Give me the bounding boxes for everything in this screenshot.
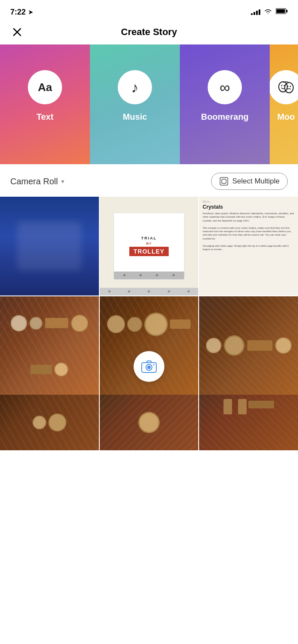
text-icon-circle: Aa — [28, 70, 62, 104]
story-options-carousel: Aa Text ♪ Music ∞ Boomerang — [0, 44, 298, 164]
story-option-boomerang-label: Boomerang — [201, 112, 248, 122]
camera-icon — [141, 360, 157, 373]
text-icon: Aa — [38, 81, 52, 94]
boomerang-icon-circle: ∞ — [208, 70, 242, 104]
photo-food-1[interactable] — [0, 296, 99, 395]
photo-food-5[interactable] — [100, 395, 199, 450]
select-multiple-icon — [219, 177, 229, 186]
photo-crystals[interactable]: Morn... Crystals Amethyst, clear quartz,… — [199, 197, 298, 295]
story-option-text[interactable]: Aa Text — [0, 44, 90, 164]
photo-grid-section: TRIAL BY TROLLEY — [0, 197, 298, 450]
camera-roll-label: Camera Roll — [10, 177, 58, 186]
svg-point-8 — [285, 83, 293, 93]
story-option-boomerang[interactable]: ∞ Boomerang — [180, 44, 270, 164]
svg-rect-11 — [220, 177, 228, 185]
status-time: 7:22 ➤ — [10, 8, 33, 17]
camera-button[interactable] — [134, 351, 164, 382]
svg-point-5 — [279, 82, 287, 92]
page-title: Create Story — [121, 27, 177, 38]
story-option-moo[interactable]: Moo — [270, 44, 298, 164]
svg-point-10 — [290, 86, 291, 87]
svg-point-16 — [153, 364, 155, 366]
svg-rect-12 — [222, 179, 226, 183]
music-icon-circle: ♪ — [118, 70, 152, 104]
photo-grid-bottom — [0, 395, 298, 450]
story-option-music-label: Music — [123, 112, 147, 122]
page-header: Create Story — [0, 22, 298, 44]
svg-rect-2 — [277, 9, 285, 13]
wifi-icon — [264, 8, 272, 16]
svg-point-9 — [287, 86, 289, 87]
battery-icon — [276, 8, 288, 16]
status-bar: 7:22 ➤ — [0, 0, 298, 22]
story-option-moo-label: Moo — [277, 112, 295, 122]
status-icons — [251, 8, 288, 16]
location-arrow-icon: ➤ — [28, 9, 33, 15]
select-multiple-button[interactable]: Select Multiple — [211, 173, 288, 190]
photo-food-4[interactable] — [0, 395, 99, 450]
svg-point-6 — [281, 85, 283, 86]
svg-rect-1 — [286, 10, 288, 12]
close-button[interactable] — [10, 25, 24, 39]
moo-icon-circle — [270, 70, 298, 104]
infinity-icon: ∞ — [220, 79, 230, 96]
photo-food-3[interactable] — [199, 296, 298, 395]
camera-roll-selector[interactable]: Camera Roll ▾ — [10, 177, 64, 186]
photo-food-6[interactable] — [199, 395, 298, 450]
music-icon: ♪ — [131, 79, 139, 96]
photo-trolley[interactable]: TRIAL BY TROLLEY — [100, 197, 199, 295]
chevron-down-icon: ▾ — [61, 178, 64, 185]
story-option-music[interactable]: ♪ Music — [90, 44, 180, 164]
story-option-text-label: Text — [36, 112, 54, 122]
camera-roll-header: Camera Roll ▾ Select Multiple — [0, 164, 298, 197]
svg-point-15 — [147, 366, 151, 369]
masks-icon — [277, 78, 295, 96]
signal-strength-icon — [251, 9, 260, 15]
photo-tv[interactable] — [0, 197, 99, 295]
select-multiple-label: Select Multiple — [232, 177, 280, 186]
